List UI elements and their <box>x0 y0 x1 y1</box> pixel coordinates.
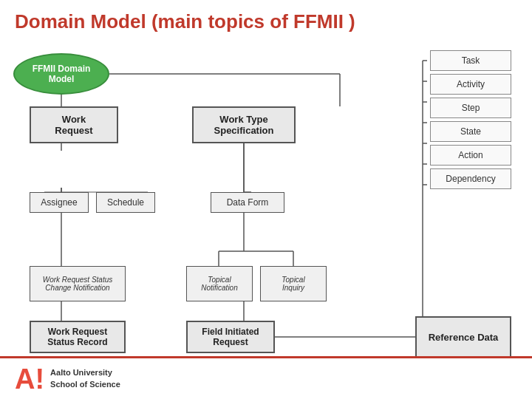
aalto-line2: School of Science <box>50 379 120 390</box>
state-item: State <box>430 121 511 142</box>
aalto-line1: Aalto University <box>50 367 120 378</box>
work-type-box: Work Type Specification <box>192 106 296 143</box>
page-title: Domain Model (main topics of FFMII ) <box>0 0 532 39</box>
task-item: Task <box>430 50 511 71</box>
data-form-box: Data Form <box>211 192 284 213</box>
action-item: Action <box>430 145 511 166</box>
topical-inquiry-box: Topical Inquiry <box>260 266 327 301</box>
dependency-item: Dependency <box>430 168 511 189</box>
aalto-a-letter: A! <box>15 365 44 393</box>
step-item: Step <box>430 98 511 118</box>
work-request-box: Work Request <box>30 106 118 143</box>
bottom-bar: A! Aalto University School of Science <box>0 356 532 399</box>
status-record-box: Work Request Status Record <box>30 321 126 353</box>
aalto-text: Aalto University School of Science <box>50 367 120 390</box>
activity-item: Activity <box>430 74 511 95</box>
topical-notif-box: Topical Notification <box>186 266 253 301</box>
status-change-box: Work Request Status Change Notification <box>30 266 126 301</box>
domain-model-ellipse: FFMII Domain Model <box>13 53 109 95</box>
aalto-logo: A! Aalto University School of Science <box>15 365 120 393</box>
field-init-box: Field Initiated Request <box>186 321 275 353</box>
schedule-box: Schedule <box>96 192 155 213</box>
reference-data-box: Reference Data <box>415 316 511 358</box>
assignee-box: Assignee <box>30 192 89 213</box>
right-list: Task Activity Step State Action Dependen… <box>430 50 511 189</box>
